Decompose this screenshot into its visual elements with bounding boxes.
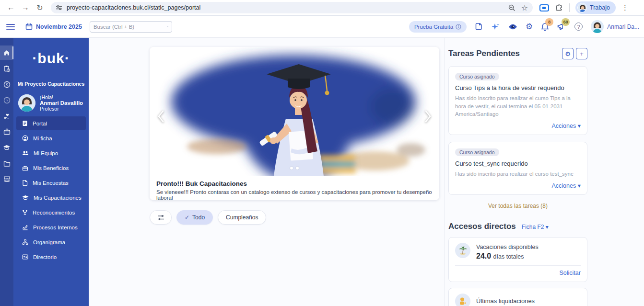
contact-card-icon: [22, 254, 28, 260]
task-description: Has sido inscrito para realizar el curso…: [455, 94, 581, 118]
shortcuts-header: Accesos directos Ficha F2 ▾: [448, 222, 587, 231]
task-actions-dropdown[interactable]: Acciones ▾: [455, 182, 581, 189]
sidebar-item-label: Mi ficha: [33, 136, 52, 141]
rail-home-icon[interactable]: [0, 45, 13, 60]
gift-box-icon: [22, 165, 28, 171]
main-content: Pronto!!! Buk Capacitaciones Se vieneee!…: [89, 38, 644, 306]
task-title: Curso Tips a la hora de vestir requerido: [455, 84, 581, 91]
sidebar-item-mi-equipo[interactable]: Mi Equipo: [16, 146, 86, 160]
forward-icon[interactable]: →: [18, 3, 33, 12]
help-icon[interactable]: ?: [574, 23, 583, 31]
sidebar-item-organigrama[interactable]: Organigrama: [16, 235, 86, 249]
chevron-down-icon: ▾: [578, 182, 581, 189]
sidebar-user-avatar: [18, 94, 35, 112]
carousel-illustration: [150, 47, 439, 176]
vacations-value: 24.0: [476, 252, 491, 260]
carousel-prev-icon[interactable]: [154, 108, 167, 125]
org-chart-icon: [22, 239, 28, 245]
bookmark-star-icon[interactable]: ☆: [521, 3, 528, 12]
vacations-unit: días totales: [493, 253, 524, 260]
period-label: Noviembre 2025: [36, 23, 82, 30]
task-actions-dropdown[interactable]: Acciones ▾: [455, 122, 581, 129]
greeting: ¡Hola!: [40, 94, 83, 100]
sidebar-user-block[interactable]: ¡Hola! Anmari Davalillo Profesor: [18, 94, 89, 112]
period-selector[interactable]: Noviembre 2025: [25, 23, 82, 30]
filter-all-button[interactable]: ✓ Todo: [176, 210, 213, 225]
sparkles-icon[interactable]: [491, 23, 500, 31]
sidebar-item-directorio[interactable]: Directorio: [16, 250, 86, 264]
info-icon: [456, 24, 461, 30]
filter-settings-button[interactable]: [150, 210, 172, 225]
carousel-title: Pronto!!! Buk Capacitaciones: [156, 180, 433, 187]
sidebar-item-mi-ficha[interactable]: Mi ficha: [16, 131, 86, 145]
app-topbar: Noviembre 2025 Prueba Gratuita ⚙ 8: [0, 16, 644, 38]
carousel-dots[interactable]: [150, 167, 439, 170]
divider: [569, 3, 570, 12]
trial-badge[interactable]: Prueba Gratuita: [409, 21, 467, 33]
url-text[interactable]: proyecto-capacitaciones.buk.cl/static_pa…: [67, 4, 503, 11]
search-input[interactable]: [94, 24, 167, 30]
right-panel: Tareas Pendientes ⚙ + Curso asignado Cur…: [448, 38, 587, 306]
coins-icon: [455, 294, 470, 306]
sidebar-menu: Portal Mi ficha Mi Equipo Mis Beneficios…: [13, 116, 89, 264]
rail-tasks-icon[interactable]: [0, 61, 13, 76]
browser-profile-label: Trabajo: [590, 4, 610, 11]
person-circle-icon: [22, 135, 28, 141]
filter-birthdays-button[interactable]: Cumpleaños: [218, 210, 266, 225]
site-info-icon[interactable]: [56, 4, 62, 11]
announcements-megaphone-icon[interactable]: 60: [557, 23, 566, 31]
sidebar-item-mis-encuestas[interactable]: Mis Encuestas: [16, 176, 86, 190]
project-name: Mi Proyecto Capacitaciones: [13, 81, 89, 87]
carousel-subtitle: Se vieneee!!! Pronto contaras con un cat…: [156, 189, 433, 201]
extensions-icon[interactable]: [555, 3, 563, 12]
search-icon[interactable]: [167, 23, 168, 30]
rail-benefits-icon[interactable]: [0, 109, 13, 123]
appbar-actions: Prueba Gratuita ⚙ 8 60 ?: [409, 20, 644, 33]
rail-folder-icon[interactable]: [0, 156, 13, 170]
address-bar[interactable]: proyecto-capacitaciones.buk.cl/static_pa…: [51, 2, 533, 13]
zoom-out-icon[interactable]: [508, 4, 515, 11]
sidebar-item-label: Mis Capacitaciones: [34, 195, 82, 201]
ficha-selector-dropdown[interactable]: Ficha F2 ▾: [522, 224, 549, 230]
sidebar: ·buk· Mi Proyecto Capacitaciones ¡Hola! …: [13, 38, 89, 306]
graduation-cap-icon: [22, 195, 29, 201]
announcement-carousel: Pronto!!! Buk Capacitaciones Se vieneee!…: [150, 47, 439, 200]
browser-profile-chip[interactable]: Trabajo: [575, 1, 616, 14]
back-icon[interactable]: ←: [4, 3, 18, 12]
shortcuts-title: Accesos directos: [448, 222, 516, 231]
eye-icon[interactable]: [508, 23, 517, 30]
sidebar-item-mis-beneficios[interactable]: Mis Beneficios: [16, 161, 86, 175]
reload-icon[interactable]: ↻: [33, 3, 47, 12]
rail-training-icon[interactable]: [0, 140, 13, 155]
request-vacation-link[interactable]: Solicitar: [455, 270, 581, 276]
browser-menu-icon[interactable]: ⋮: [621, 3, 629, 12]
view-all-tasks-link[interactable]: Ver todas las tareas (8): [448, 203, 587, 209]
screen: ← → ↻ proyecto-capacitaciones.buk.cl/sta…: [0, 0, 644, 306]
gear-icon[interactable]: ⚙: [526, 22, 533, 32]
sidebar-item-label: Reconocimientos: [33, 210, 75, 215]
carousel-next-icon[interactable]: [422, 108, 434, 125]
notifications-bell-icon[interactable]: 8: [541, 23, 549, 31]
user-menu[interactable]: Anmari Da...: [591, 20, 639, 33]
rail-briefcase-icon[interactable]: [0, 125, 13, 139]
rail-money-icon[interactable]: $: [0, 77, 13, 91]
rail-store-icon[interactable]: [0, 172, 13, 186]
task-description: Has sido inscrito para realizar el curso…: [455, 170, 581, 178]
media-control-icon[interactable]: [539, 4, 549, 11]
browser-profile-avatar: [577, 3, 587, 12]
people-icon: [22, 150, 29, 156]
sidebar-item-portal[interactable]: Portal: [16, 116, 86, 130]
sidebar-item-mis-capacitaciones[interactable]: Mis Capacitaciones: [16, 191, 86, 204]
sidebar-item-procesos-internos[interactable]: Procesos Internos: [16, 220, 86, 234]
chevron-down-icon: ▾: [578, 123, 581, 129]
tasks-add-button[interactable]: +: [576, 48, 587, 59]
bookmark-icon[interactable]: [475, 23, 483, 31]
sidebar-item-reconocimientos[interactable]: Reconocimientos: [16, 205, 86, 219]
menu-icon[interactable]: [6, 23, 15, 31]
survey-doc-icon: [22, 180, 28, 186]
user-avatar: [591, 20, 604, 33]
carousel-caption: Pronto!!! Buk Capacitaciones Se vieneee!…: [150, 176, 439, 204]
tasks-settings-button[interactable]: ⚙: [562, 48, 574, 59]
global-search[interactable]: [90, 21, 172, 33]
rail-time-icon[interactable]: [0, 93, 13, 107]
